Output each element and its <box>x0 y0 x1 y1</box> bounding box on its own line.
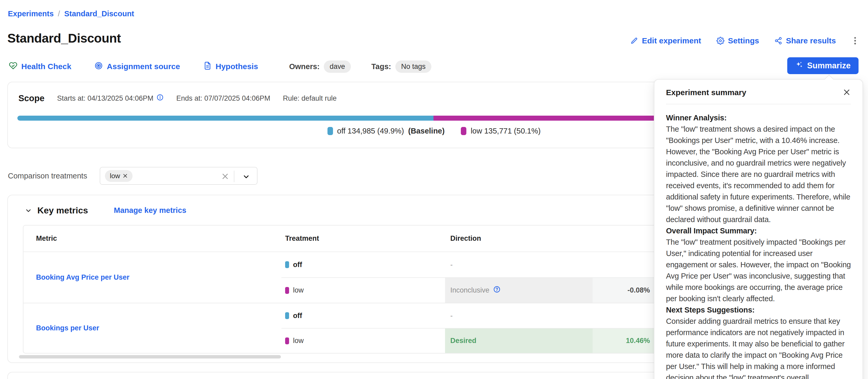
direction-cell: - <box>445 303 593 328</box>
owners-group: Owners: dave <box>289 61 351 73</box>
panel-divider <box>666 104 851 104</box>
pencil-icon <box>630 37 638 45</box>
owners-label: Owners: <box>289 62 319 71</box>
metric-link-bookings-per-user[interactable]: Bookings per User <box>36 324 99 332</box>
off-color-swatch <box>285 261 289 268</box>
hypothesis-label: Hypothesis <box>216 62 258 71</box>
health-check-label: Health Check <box>21 62 71 71</box>
health-check-link[interactable]: Health Check <box>9 62 71 72</box>
scope-ends-at: Ends at: 07/07/2025 04:06PM <box>176 94 270 103</box>
next-steps-text: Consider adding guardrail metrics to ens… <box>666 316 851 379</box>
next-steps-heading: Next Steps Suggestions: <box>666 304 851 316</box>
metric-link-booking-avg-price[interactable]: Booking Avg Price per User <box>36 273 129 281</box>
edit-experiment-button[interactable]: Edit experiment <box>630 36 701 45</box>
off-color-swatch <box>328 127 333 135</box>
winner-analysis-heading: Winner Analysis: <box>666 112 851 124</box>
hypothesis-link[interactable]: Hypothesis <box>203 62 258 72</box>
share-results-label: Share results <box>786 36 836 45</box>
experiment-summary-title: Experiment summary <box>666 88 746 97</box>
bullseye-icon <box>94 62 103 72</box>
select-clear-icon[interactable] <box>221 172 229 182</box>
assignment-source-label: Assignment source <box>107 62 180 71</box>
direction-cell: - <box>445 252 593 277</box>
scope-title: Scope <box>19 93 44 103</box>
treatment-cell-low: low <box>281 328 445 353</box>
column-header-metric: Metric <box>23 226 281 252</box>
legend-item-off: off 134,985 (49.9%) (Baseline) <box>328 127 445 135</box>
low-color-swatch <box>461 127 466 135</box>
treatment-cell-off: off <box>281 252 445 277</box>
heart-check-icon <box>9 62 18 72</box>
treatment-cell-off: off <box>281 303 445 328</box>
direction-cell-desired: Desired <box>445 328 593 353</box>
breadcrumb: Experiments / Standard_Discount <box>8 9 134 18</box>
assignment-source-link[interactable]: Assignment source <box>94 62 180 72</box>
treatment-cell-low: low <box>281 277 445 303</box>
page-title: Standard_Discount <box>7 31 121 45</box>
info-icon[interactable] <box>156 94 164 103</box>
header-actions: Edit experiment Settings Share results <box>630 36 859 45</box>
value-cell <box>593 303 656 328</box>
allocation-bar-off-segment <box>18 116 433 120</box>
treatment-chip-low[interactable]: low <box>105 170 132 182</box>
value-cell <box>593 252 656 277</box>
scope-starts-at: Starts at: 04/13/2025 04:06PM <box>57 94 164 103</box>
summarize-label: Summarize <box>807 61 850 70</box>
column-header-spacer <box>593 226 656 252</box>
experiment-summary-panel: Experiment summary Winner Analysis: The … <box>654 79 863 379</box>
value-cell-inconclusive: -0.08% <box>593 277 656 303</box>
settings-button[interactable]: Settings <box>716 36 759 45</box>
breadcrumb-current-link[interactable]: Standard_Discount <box>64 9 134 18</box>
overall-impact-text: The "low" treatment positively impacted … <box>666 237 851 304</box>
chip-remove-icon[interactable] <box>123 173 128 178</box>
comparison-treatments-row: Comparison treatments low <box>8 167 257 185</box>
tags-label: Tags: <box>371 62 391 71</box>
table-row: Booking Avg Price per User <box>23 252 281 303</box>
kebab-menu-icon <box>851 36 859 45</box>
document-icon <box>203 62 212 72</box>
comparison-treatments-select[interactable]: low <box>100 167 257 185</box>
comparison-treatments-label: Comparison treatments <box>8 172 87 180</box>
question-icon[interactable] <box>493 286 500 295</box>
horizontal-scrollbar[interactable] <box>19 355 281 358</box>
settings-label: Settings <box>728 36 759 45</box>
share-icon <box>774 37 782 45</box>
subheader-row: Health Check Assignment source Hypothesi… <box>9 59 431 74</box>
breadcrumb-experiments-link[interactable]: Experiments <box>8 9 54 18</box>
summarize-button[interactable]: Summarize <box>787 57 859 74</box>
summary-text: Winner Analysis: The "low" treatment sho… <box>654 104 863 379</box>
sparkles-icon <box>795 61 803 71</box>
scope-rule: Rule: default rule <box>283 94 337 103</box>
manage-key-metrics-link[interactable]: Manage key metrics <box>114 206 186 215</box>
direction-cell-inconclusive: Inconclusive <box>445 277 593 303</box>
chevron-down-icon[interactable] <box>242 173 250 182</box>
legend-item-low: low 135,771 (50.1%) <box>461 127 540 135</box>
edit-experiment-label: Edit experiment <box>642 36 701 45</box>
owner-pill[interactable]: dave <box>324 61 351 73</box>
column-header-treatment: Treatment <box>281 226 445 252</box>
column-header-direction: Direction <box>445 226 593 252</box>
winner-analysis-text: The "low" treatment shows a desired impa… <box>666 124 851 225</box>
table-row: Bookings per User <box>23 303 281 353</box>
collapse-chevron-icon[interactable] <box>25 207 32 214</box>
share-results-button[interactable]: Share results <box>774 36 836 45</box>
tags-group: Tags: No tags <box>371 61 431 73</box>
more-options-button[interactable] <box>851 36 859 45</box>
gear-icon <box>716 37 724 45</box>
close-icon[interactable] <box>842 88 851 98</box>
off-color-swatch <box>285 312 289 319</box>
low-color-swatch <box>285 338 289 344</box>
key-metrics-title: Key metrics <box>37 205 88 215</box>
breadcrumb-separator: / <box>58 9 60 18</box>
low-color-swatch <box>285 287 289 294</box>
tags-pill[interactable]: No tags <box>395 61 431 73</box>
overall-impact-heading: Overall Impact Summary: <box>666 225 851 237</box>
value-cell-desired: 10.46% <box>593 328 656 353</box>
select-divider <box>234 171 235 182</box>
